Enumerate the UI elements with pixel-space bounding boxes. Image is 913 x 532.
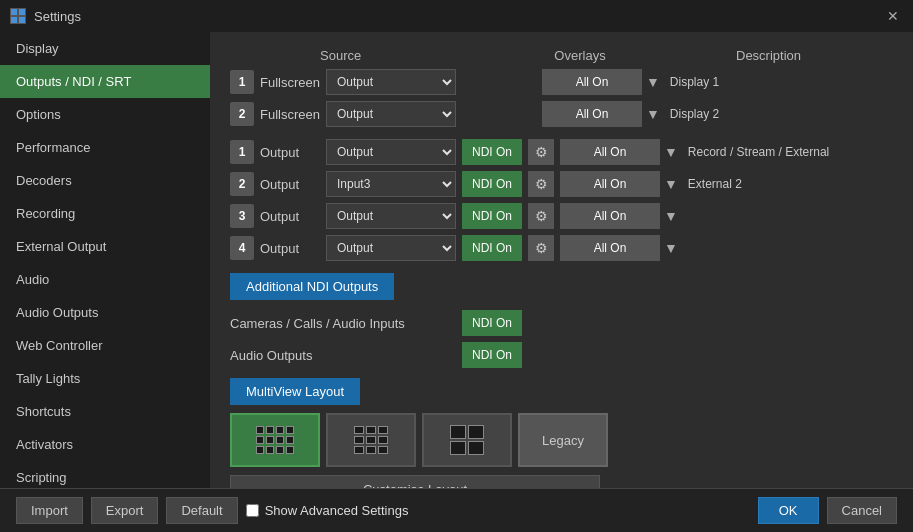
overlay-group-1: All On ▼ xyxy=(542,69,660,95)
svg-rect-2 xyxy=(11,17,17,23)
fullscreen-label-1: Fullscreen xyxy=(260,75,320,90)
cameras-label: Cameras / Calls / Audio Inputs xyxy=(230,316,450,331)
gear-btn-3[interactable]: ⚙ xyxy=(528,203,554,229)
fullscreen-row-2: 2 Fullscreen Output All On ▼ Display 2 xyxy=(230,101,893,127)
sidebar-item-outputs[interactable]: Outputs / NDI / SRT xyxy=(0,65,210,98)
advanced-settings-row: Show Advanced Settings xyxy=(246,503,750,518)
fullscreen-desc-1: Display 1 xyxy=(670,75,719,89)
ndi-btn-4[interactable]: NDI On xyxy=(462,235,522,261)
grid-4x3-icon xyxy=(256,426,294,454)
additional-ndi-section: Additional NDI Outputs xyxy=(230,273,893,300)
audio-outputs-label: Audio Outputs xyxy=(230,348,450,363)
fullscreen-source-select-1[interactable]: Output xyxy=(326,69,456,95)
audio-outputs-ndi-btn[interactable]: NDI On xyxy=(462,342,522,368)
fullscreen-label-2: Fullscreen xyxy=(260,107,320,122)
overlay-group-2: All On ▼ xyxy=(542,101,660,127)
layout-legacy-btn[interactable]: Legacy xyxy=(518,413,608,467)
import-button[interactable]: Import xyxy=(16,497,83,524)
row-num-1: 1 xyxy=(230,70,254,94)
ok-button[interactable]: OK xyxy=(758,497,819,524)
description-header: Description xyxy=(736,48,801,63)
svg-rect-0 xyxy=(11,9,17,15)
out-overlay-3[interactable]: All On xyxy=(560,203,660,229)
column-headers: Source Overlays Description xyxy=(230,48,893,63)
out-source-1[interactable]: Output xyxy=(326,139,456,165)
out-source-4[interactable]: Output xyxy=(326,235,456,261)
cameras-ndi-btn[interactable]: NDI On xyxy=(462,310,522,336)
gear-btn-1[interactable]: ⚙ xyxy=(528,139,554,165)
gear-btn-4[interactable]: ⚙ xyxy=(528,235,554,261)
sidebar-item-audio[interactable]: Audio xyxy=(0,263,210,296)
out-overlay-4[interactable]: All On xyxy=(560,235,660,261)
layout-options: Legacy xyxy=(230,413,893,467)
title-bar-left: Settings xyxy=(10,8,81,24)
out-label-1: Output xyxy=(260,145,320,160)
out-desc-2: External 2 xyxy=(688,177,742,191)
ndi-btn-3[interactable]: NDI On xyxy=(462,203,522,229)
out-source-2[interactable]: Input3 Output xyxy=(326,171,456,197)
export-button[interactable]: Export xyxy=(91,497,159,524)
sidebar-item-options[interactable]: Options xyxy=(0,98,210,131)
gear-btn-2[interactable]: ⚙ xyxy=(528,171,554,197)
cancel-button[interactable]: Cancel xyxy=(827,497,897,524)
sidebar-item-recording[interactable]: Recording xyxy=(0,197,210,230)
sidebar-item-display[interactable]: Display xyxy=(0,32,210,65)
cameras-row: Cameras / Calls / Audio Inputs NDI On xyxy=(230,310,893,336)
output-row-3: 3 Output Output NDI On ⚙ All On ▼ xyxy=(230,203,893,229)
overlays-header: Overlays xyxy=(530,48,630,63)
show-advanced-checkbox[interactable] xyxy=(246,504,259,517)
sidebar-item-audio-outputs[interactable]: Audio Outputs xyxy=(0,296,210,329)
output-row-2: 2 Output Input3 Output NDI On ⚙ All On ▼… xyxy=(230,171,893,197)
sidebar-item-activators[interactable]: Activators xyxy=(0,428,210,461)
ndi-btn-1[interactable]: NDI On xyxy=(462,139,522,165)
bottom-bar: Import Export Default Show Advanced Sett… xyxy=(0,488,913,532)
sidebar-item-tally-lights[interactable]: Tally Lights xyxy=(0,362,210,395)
show-advanced-label: Show Advanced Settings xyxy=(265,503,409,518)
multiview-layout-button[interactable]: MultiView Layout xyxy=(230,378,360,405)
grid-2x2-icon xyxy=(450,425,484,455)
close-button[interactable]: ✕ xyxy=(883,6,903,26)
out-label-4: Output xyxy=(260,241,320,256)
overlay-group-out-3: All On ▼ xyxy=(560,203,678,229)
overlay-allon-btn-2[interactable]: All On xyxy=(542,101,642,127)
sidebar-item-performance[interactable]: Performance xyxy=(0,131,210,164)
ndi-btn-2[interactable]: NDI On xyxy=(462,171,522,197)
out-source-3[interactable]: Output xyxy=(326,203,456,229)
overlay-allon-btn-1[interactable]: All On xyxy=(542,69,642,95)
sidebar: Display Outputs / NDI / SRT Options Perf… xyxy=(0,32,210,488)
out-overlay-2[interactable]: All On xyxy=(560,171,660,197)
out-num-4: 4 xyxy=(230,236,254,260)
title-bar: Settings ✕ xyxy=(0,0,913,32)
out-num-2: 2 xyxy=(230,172,254,196)
fullscreen-desc-2: Display 2 xyxy=(670,107,719,121)
settings-window: Settings ✕ Display Outputs / NDI / SRT O… xyxy=(0,0,913,532)
sidebar-item-decoders[interactable]: Decoders xyxy=(0,164,210,197)
overlay-group-out-1: All On ▼ xyxy=(560,139,678,165)
sidebar-item-scripting[interactable]: Scripting xyxy=(0,461,210,488)
layout-4x3-btn[interactable] xyxy=(230,413,320,467)
customise-layout-button[interactable]: Customise Layout xyxy=(230,475,600,488)
sidebar-item-web-controller[interactable]: Web Controller xyxy=(0,329,210,362)
out-num-1: 1 xyxy=(230,140,254,164)
svg-rect-1 xyxy=(19,9,25,15)
overlay-group-out-4: All On ▼ xyxy=(560,235,678,261)
out-overlay-1[interactable]: All On xyxy=(560,139,660,165)
out-label-3: Output xyxy=(260,209,320,224)
row-num-2: 2 xyxy=(230,102,254,126)
fullscreen-section: 1 Fullscreen Output All On ▼ Display 1 2… xyxy=(230,69,893,127)
svg-rect-3 xyxy=(19,17,25,23)
out-label-2: Output xyxy=(260,177,320,192)
default-button[interactable]: Default xyxy=(166,497,237,524)
layout-3x3-btn[interactable] xyxy=(326,413,416,467)
additional-ndi-button[interactable]: Additional NDI Outputs xyxy=(230,273,394,300)
fullscreen-source-select-2[interactable]: Output xyxy=(326,101,456,127)
title-bar-controls: ✕ xyxy=(883,6,903,26)
grid-3x3-icon xyxy=(354,426,388,454)
layout-2x2-btn[interactable] xyxy=(422,413,512,467)
audio-outputs-row: Audio Outputs NDI On xyxy=(230,342,893,368)
window-title: Settings xyxy=(34,9,81,24)
output-row-1: 1 Output Output NDI On ⚙ All On ▼ Record… xyxy=(230,139,893,165)
main-panel: Source Overlays Description 1 Fullscreen… xyxy=(210,32,913,488)
sidebar-item-shortcuts[interactable]: Shortcuts xyxy=(0,395,210,428)
sidebar-item-external-output[interactable]: External Output xyxy=(0,230,210,263)
